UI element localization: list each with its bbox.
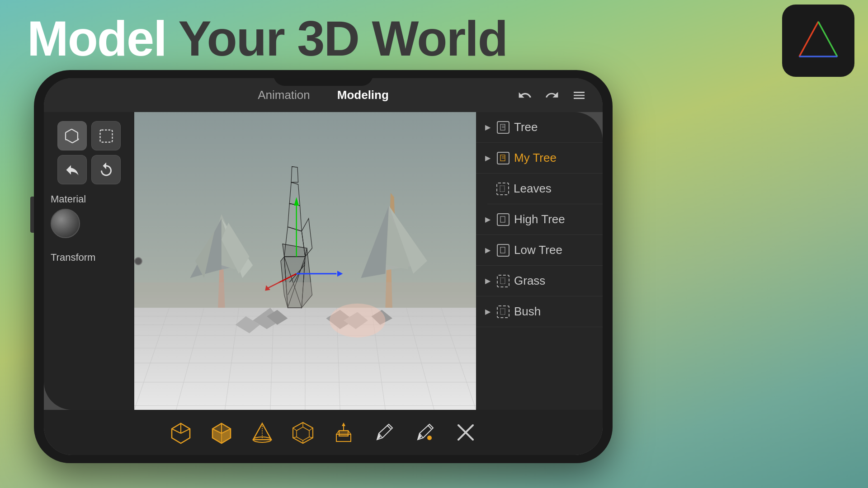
material-sphere[interactable] — [51, 209, 80, 238]
tab-modeling[interactable]: Modeling — [337, 88, 389, 102]
close-icon — [454, 421, 477, 444]
tree-item-mytree[interactable]: ▶ My Tree — [476, 143, 603, 174]
move-button[interactable] — [57, 155, 87, 184]
svg-point-109 — [427, 436, 432, 440]
tree-arrow-bush: ▶ — [485, 307, 492, 316]
tree-label-leaves: Leaves — [514, 182, 552, 196]
toolbar-row-1 — [57, 121, 121, 150]
phone-notch — [274, 70, 373, 86]
tree-arrow-tree: ▶ — [485, 123, 492, 131]
svg-rect-63 — [134, 282, 476, 308]
title-area: Model Your 3D World — [27, 14, 507, 63]
cube-solid-button[interactable] — [207, 418, 236, 447]
left-toolbar: Material Transform — [44, 112, 134, 410]
svg-rect-98 — [339, 431, 348, 436]
title-model: Model — [27, 10, 166, 66]
svg-line-78 — [181, 429, 190, 433]
cube-outline-icon — [169, 421, 193, 444]
tree-icon-hightree — [497, 213, 509, 226]
page-title: Model Your 3D World — [27, 14, 507, 63]
object-mode-button[interactable] — [57, 121, 87, 150]
svg-marker-102 — [342, 422, 345, 426]
redo-button[interactable] — [542, 85, 562, 105]
svg-rect-73 — [500, 247, 505, 253]
cube-icon — [64, 128, 80, 144]
selection-icon — [98, 128, 114, 144]
undo-button[interactable] — [514, 85, 535, 105]
tree-item-grass[interactable]: ▶ Grass — [476, 266, 603, 296]
svg-line-92 — [309, 428, 313, 431]
svg-rect-74 — [500, 278, 505, 284]
cube-hollow-icon — [291, 421, 315, 444]
file-icon-hightree — [500, 216, 507, 223]
svg-line-93 — [293, 428, 297, 431]
scene-svg — [134, 112, 476, 410]
cube-outline-button[interactable] — [166, 418, 196, 447]
file-icon-lowtree — [500, 247, 507, 254]
tree-item-leaves[interactable]: Leaves — [487, 174, 603, 204]
draw-button[interactable] — [370, 418, 399, 447]
draw-alt-button[interactable] — [410, 418, 440, 447]
file-icon-bush — [500, 308, 507, 315]
svg-rect-71 — [500, 186, 505, 192]
tree-item-tree[interactable]: ▶ Tree — [476, 112, 603, 143]
pencil-icon — [373, 421, 396, 444]
file-icon-mytree — [500, 155, 507, 162]
tree-arrow-lowtree: ▶ — [485, 246, 492, 254]
svg-marker-90 — [297, 427, 309, 441]
tree-icon-bush — [497, 305, 509, 318]
move-icon — [64, 162, 80, 178]
selection-mode-button[interactable] — [91, 121, 121, 150]
cone-button[interactable] — [248, 418, 277, 447]
tree-label-grass: Grass — [514, 274, 545, 288]
tree-icon-lowtree — [497, 244, 509, 257]
top-bar-controls — [514, 85, 589, 105]
phone-grip — [30, 197, 34, 233]
tree-label-hightree: High Tree — [514, 212, 565, 226]
bottom-toolbar — [44, 410, 603, 455]
extrude-icon — [332, 421, 355, 444]
svg-line-1 — [799, 22, 818, 56]
svg-marker-0 — [799, 22, 837, 56]
cube-hollow-button[interactable] — [288, 418, 318, 447]
tree-label-tree: Tree — [514, 120, 538, 134]
hamburger-icon — [572, 88, 586, 103]
scene-tree-panel: ▶ Tree ▶ My Tree Leaves ▶ — [476, 112, 603, 410]
transform-section: Transform — [51, 252, 127, 263]
viewport-indicator — [134, 257, 142, 265]
svg-line-94 — [309, 437, 313, 438]
tree-item-hightree[interactable]: ▶ High Tree — [476, 204, 603, 235]
tab-bar: Animation Modeling — [258, 88, 389, 102]
file-icon-leaves — [499, 185, 506, 192]
phone-frame: Animation Modeling — [34, 70, 613, 463]
file-icon-tree — [500, 124, 507, 131]
svg-rect-72 — [500, 216, 505, 222]
tree-label-bush: Bush — [514, 305, 541, 319]
material-section: Material — [51, 193, 127, 238]
rotate-button[interactable] — [91, 155, 121, 184]
tab-animation[interactable]: Animation — [258, 88, 310, 102]
tree-item-lowtree[interactable]: ▶ Low Tree — [476, 235, 603, 266]
title-rest: Your 3D World — [166, 10, 507, 66]
tree-icon-tree — [497, 121, 509, 134]
delete-button[interactable] — [451, 418, 481, 447]
tree-arrow-mytree: ▶ — [485, 154, 492, 162]
undo-icon — [518, 88, 532, 103]
menu-button[interactable] — [569, 85, 589, 105]
svg-point-64 — [330, 304, 385, 338]
viewport[interactable] — [134, 112, 476, 410]
logo-container[interactable] — [782, 5, 854, 77]
cube-solid-icon — [210, 421, 233, 444]
svg-rect-4 — [100, 130, 112, 142]
cone-icon — [250, 421, 274, 444]
tree-icon-mytree — [497, 152, 509, 164]
rotate-icon — [98, 162, 114, 178]
toolbar-row-2 — [57, 155, 121, 184]
tree-item-bush[interactable]: ▶ Bush — [476, 296, 603, 327]
svg-line-79 — [172, 429, 181, 433]
file-icon-grass — [500, 277, 507, 285]
extrude-button[interactable] — [329, 418, 359, 447]
tree-icon-leaves — [496, 183, 509, 195]
material-label: Material — [51, 193, 127, 205]
tree-arrow-grass: ▶ — [485, 277, 492, 285]
